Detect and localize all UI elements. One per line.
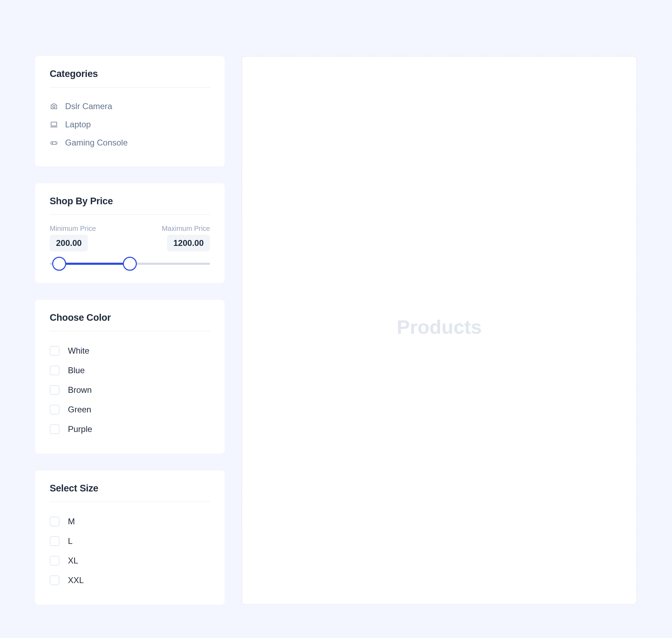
filters-sidebar: Categories Dslr Camera Laptop [35, 56, 225, 605]
category-label: Dslr Camera [65, 101, 112, 111]
checkbox[interactable] [50, 536, 59, 546]
price-card: Shop By Price Minimum Price Maximum Pric… [35, 183, 225, 283]
size-option-label: L [68, 536, 72, 546]
size-option-l[interactable]: L [50, 531, 210, 551]
checkbox[interactable] [50, 575, 59, 585]
color-option-purple[interactable]: Purple [50, 419, 210, 439]
size-option-label: M [68, 517, 75, 526]
color-option-green[interactable]: Green [50, 400, 210, 419]
max-price-value: 1200.00 [167, 235, 210, 251]
svg-rect-2 [51, 142, 57, 144]
categories-card: Categories Dslr Camera Laptop [35, 56, 225, 166]
checkbox[interactable] [50, 366, 59, 375]
price-range-slider[interactable] [50, 263, 210, 265]
svg-point-0 [53, 106, 55, 108]
max-price-label: Maximum Price [162, 225, 210, 233]
color-option-label: White [68, 346, 89, 356]
checkbox[interactable] [50, 517, 59, 526]
checkbox[interactable] [50, 405, 59, 414]
checkbox[interactable] [50, 385, 59, 395]
checkbox[interactable] [50, 424, 59, 434]
color-option-blue[interactable]: Blue [50, 361, 210, 380]
color-card: Choose Color White Blue Brown Green [35, 300, 225, 454]
color-option-label: Green [68, 405, 91, 414]
categories-list: Dslr Camera Laptop Gaming Console [50, 97, 210, 152]
divider [50, 502, 210, 502]
price-range-fill [59, 263, 130, 265]
color-option-label: Brown [68, 385, 92, 395]
price-range-max-handle[interactable] [123, 257, 137, 271]
gamepad-icon [50, 139, 58, 147]
category-item-gaming-console[interactable]: Gaming Console [50, 134, 210, 152]
category-item-dslr-camera[interactable]: Dslr Camera [50, 97, 210, 115]
products-placeholder: Products [397, 316, 482, 338]
color-option-label: Purple [68, 424, 92, 434]
categories-title: Categories [50, 69, 210, 79]
size-option-xxl[interactable]: XXL [50, 570, 210, 590]
size-option-label: XL [68, 556, 78, 566]
products-area: Products [241, 56, 637, 605]
color-option-label: Blue [68, 366, 85, 375]
price-title: Shop By Price [50, 196, 210, 207]
color-options-list: White Blue Brown Green Purple [50, 341, 210, 439]
price-values-row: 200.00 1200.00 [50, 235, 210, 251]
price-labels-row: Minimum Price Maximum Price [50, 225, 210, 233]
divider [50, 214, 210, 215]
size-title: Select Size [50, 483, 210, 494]
size-options-list: M L XL XXL [50, 512, 210, 590]
camera-icon [50, 102, 58, 111]
price-range-min-handle[interactable] [52, 257, 66, 271]
laptop-icon [50, 120, 58, 129]
divider [50, 87, 210, 87]
min-price-value: 200.00 [50, 235, 88, 251]
size-option-xl[interactable]: XL [50, 551, 210, 570]
size-option-label: XXL [68, 575, 84, 585]
svg-rect-1 [51, 122, 57, 126]
svg-point-4 [56, 143, 56, 144]
color-title: Choose Color [50, 312, 210, 323]
size-card: Select Size M L XL XXL [35, 470, 225, 605]
min-price-label: Minimum Price [50, 225, 96, 233]
color-option-white[interactable]: White [50, 341, 210, 361]
checkbox[interactable] [50, 556, 59, 566]
category-label: Laptop [65, 120, 91, 129]
size-option-m[interactable]: M [50, 512, 210, 531]
category-label: Gaming Console [65, 138, 128, 148]
svg-point-3 [55, 142, 56, 143]
category-item-laptop[interactable]: Laptop [50, 115, 210, 134]
color-option-brown[interactable]: Brown [50, 380, 210, 400]
divider [50, 331, 210, 331]
checkbox[interactable] [50, 346, 59, 356]
